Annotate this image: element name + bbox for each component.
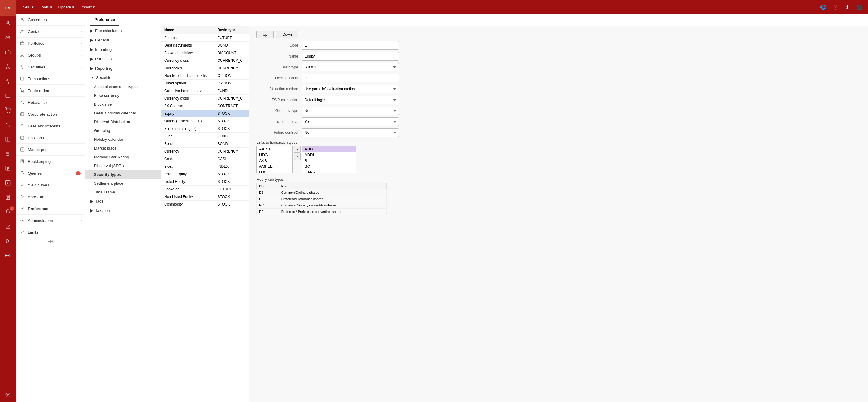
future-contract-select[interactable]: No Yes <box>302 128 399 137</box>
name-input[interactable] <box>302 52 399 61</box>
security-type-row[interactable]: CurrenciesCURRENCY <box>161 65 249 72</box>
link-right-item-capr[interactable]: CAPR <box>302 169 356 173</box>
twr-calculation-select[interactable]: Default logic <box>302 96 399 104</box>
pref-submenu-default-holiday[interactable]: Default holiday calendar <box>86 109 161 118</box>
arrow-left-btn[interactable]: ‹ <box>294 153 301 160</box>
sidebar-icon-positions[interactable] <box>0 161 16 175</box>
pref-submenu-time-frame[interactable]: Time Frame <box>86 188 161 197</box>
sidebar-item-transactions[interactable]: Transactions › <box>16 73 85 85</box>
group-by-type-select[interactable]: No Yes <box>302 106 399 115</box>
security-type-row[interactable]: Currency crossCURRENCY_C <box>161 95 249 102</box>
sidebar-icon-appstore[interactable] <box>0 234 16 248</box>
decimal-count-input[interactable] <box>302 74 399 82</box>
security-type-row[interactable]: BondBOND <box>161 140 249 148</box>
sidebar-item-appstore[interactable]: AppStore › <box>16 191 85 203</box>
modify-row[interactable]: ESCommon/Ordinary shares <box>257 190 387 196</box>
links-left-list[interactable]: AAINT HDG AKB AMFEE ITX <box>256 146 293 173</box>
sidebar-item-trade-orders[interactable]: Trade orders › <box>16 85 85 97</box>
pref-submenu-risk-level[interactable]: Risk level (SRRI) <box>86 161 161 170</box>
security-type-row[interactable]: Non-Listed EquitySTOCK <box>161 193 249 201</box>
pref-menu-reporting[interactable]: ▶ Reporting <box>86 64 161 73</box>
sidebar-icon-contacts[interactable] <box>0 30 16 45</box>
sidebar-icon-securities[interactable] <box>0 74 16 89</box>
sidebar-item-groups[interactable]: Groups › <box>16 49 85 61</box>
pref-submenu-morning-star[interactable]: Morning Star Rating <box>86 153 161 161</box>
sidebar-item-customers[interactable]: Customers <box>16 14 85 26</box>
link-right-item-add[interactable]: ADD <box>302 146 356 152</box>
pref-menu-taxation[interactable]: ▶ Taxation <box>86 206 161 215</box>
link-item-itx[interactable]: ITX <box>257 169 292 173</box>
security-type-row[interactable]: Others (miscellaneous)STOCK <box>161 118 249 125</box>
nav-tools-button[interactable]: Tools ▾ <box>37 3 55 11</box>
sidebar-icon-yield-curves[interactable] <box>0 219 16 234</box>
security-type-row[interactable]: EquitySTOCK <box>161 110 249 118</box>
nav-new-button[interactable]: New ▾ <box>20 3 37 11</box>
pref-submenu-asset-classes[interactable]: Asset classes and -types <box>86 82 161 91</box>
modify-row[interactable]: ECCommon/Ordinary convertible shares <box>257 202 387 208</box>
pref-menu-securities[interactable]: ▼ Securities <box>86 73 161 82</box>
sidebar-item-bookkeeping[interactable]: Bookkeeping <box>16 156 85 167</box>
pref-submenu-holiday-calendar[interactable]: Holiday calendar <box>86 135 161 144</box>
pref-menu-tags[interactable]: ▶ Tags <box>86 197 161 206</box>
sidebar-icon-customers[interactable] <box>0 16 16 30</box>
security-type-row[interactable]: ForwardsFUTURE <box>161 186 249 193</box>
sidebar-icon-transactions[interactable] <box>0 89 16 103</box>
globe-icon[interactable]: 🌐 <box>818 2 828 12</box>
sidebar-item-administration[interactable]: Administration › <box>16 214 85 227</box>
sidebar-item-limits[interactable]: Limits <box>16 227 85 238</box>
security-type-row[interactable]: Non-listed and complex lisOPTION <box>161 72 249 79</box>
modify-row[interactable]: EPPreferred/Preference shares <box>257 196 387 202</box>
sidebar-icon-trade-orders[interactable] <box>0 103 16 118</box>
security-type-row[interactable]: Currency crossCURRENCY_C <box>161 57 249 65</box>
security-type-row[interactable]: Listed optionsOPTION <box>161 79 249 87</box>
help-icon[interactable]: ❓ <box>830 2 840 12</box>
sidebar-item-fees[interactable]: Fees and interests <box>16 120 85 132</box>
include-in-total-select[interactable]: Yes No <box>302 118 399 126</box>
pref-menu-importing[interactable]: ▶ Importing <box>86 45 161 54</box>
sidebar-item-market-price[interactable]: Market price <box>16 144 85 156</box>
pref-submenu-dividend-dist[interactable]: Dividend Distribution <box>86 118 161 126</box>
security-type-row[interactable]: FundFUND <box>161 133 249 140</box>
app-logo[interactable]: FA <box>0 0 16 16</box>
security-type-row[interactable]: CommoditySTOCK <box>161 201 249 208</box>
security-type-row[interactable]: Entitlements (rights)STOCK <box>161 125 249 133</box>
pref-submenu-grouping[interactable]: Grouping <box>86 126 161 135</box>
nav-update-button[interactable]: Update ▾ <box>55 3 77 11</box>
sidebar-icon-preference[interactable] <box>0 248 16 263</box>
pref-submenu-block-size[interactable]: Block size <box>86 100 161 109</box>
sidebar-icon-fees[interactable] <box>0 146 16 161</box>
security-type-row[interactable]: Private EquitySTOCK <box>161 170 249 178</box>
link-item-akb[interactable]: AKB <box>257 158 292 164</box>
security-type-row[interactable]: IndexINDEX <box>161 163 249 170</box>
valuation-method-select[interactable]: Use portfolio's valuation method <box>302 85 399 93</box>
arrow-right-btn[interactable]: › <box>294 146 301 153</box>
link-right-item-bc[interactable]: BC <box>302 164 356 169</box>
sidebar-collapse-btn[interactable]: ◀◀ <box>16 238 85 244</box>
pref-submenu-security-types[interactable]: Security types <box>86 170 161 179</box>
sidebar-icon-portfolios[interactable] <box>0 45 16 59</box>
link-item-hdg[interactable]: HDG <box>257 152 292 158</box>
sidebar-item-queries[interactable]: Queries 1 › <box>16 167 85 179</box>
sidebar-icon-market-price[interactable]: $ <box>0 175 16 190</box>
security-type-row[interactable]: CurrencyCURRENCY <box>161 148 249 155</box>
pref-submenu-base-currency[interactable]: Base currency <box>86 91 161 100</box>
link-right-item-b[interactable]: B <box>302 158 356 164</box>
links-right-list[interactable]: ADD ADDI B BC CAPR <box>302 146 356 173</box>
sidebar-icon-rebalance[interactable] <box>0 118 16 132</box>
sidebar-item-portfolios[interactable]: Portfolios › <box>16 37 85 49</box>
pref-menu-fee-calculation[interactable]: ▶ Fee calculation <box>86 26 161 35</box>
sidebar-item-corporate-action[interactable]: Corporate action <box>16 108 85 120</box>
link-item-amfee[interactable]: AMFEE <box>257 164 292 169</box>
security-type-row[interactable]: Collective investment vehFUND <box>161 87 249 95</box>
pref-submenu-settlement-place[interactable]: Settlement place <box>86 179 161 188</box>
sidebar-item-positions[interactable]: Positions <box>16 132 85 144</box>
security-type-row[interactable]: FuturesFUTURE <box>161 34 249 42</box>
basic-type-select[interactable]: STOCK BOND FUND FUTURE CURRENCY OPTION C… <box>302 63 399 71</box>
security-type-row[interactable]: FX ContractCONTRACT <box>161 102 249 110</box>
sidebar-item-securities[interactable]: Securities › <box>16 61 85 73</box>
sidebar-icon-queries[interactable]: 1 <box>0 205 16 219</box>
sidebar-item-preference[interactable]: Preference <box>16 203 85 214</box>
modify-row[interactable]: EFPreferred / Preference convertible sha… <box>257 208 387 215</box>
link-item-aaint[interactable]: AAINT <box>257 146 292 152</box>
up-button[interactable]: Up <box>256 31 274 38</box>
